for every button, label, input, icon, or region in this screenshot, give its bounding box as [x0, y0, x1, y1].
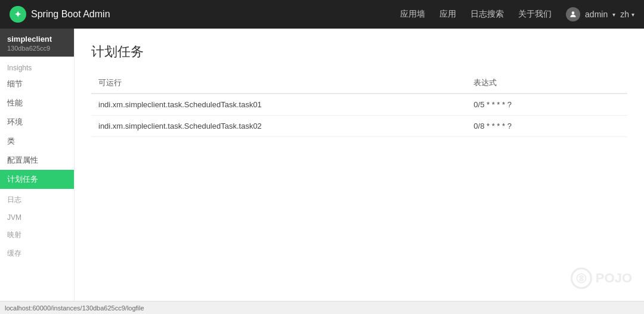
lang-selector[interactable]: zh ▾ — [620, 10, 634, 19]
page-title: 计划任务 — [91, 43, 627, 61]
watermark-icon — [571, 268, 592, 289]
lang-label: zh — [620, 10, 629, 19]
nav-links: 应用墙 应用 日志搜索 关于我们 — [400, 9, 552, 20]
col-header-expression: 表达式 — [466, 73, 627, 94]
watermark-text: POJO — [596, 271, 632, 286]
table-row: indi.xm.simpleclient.task.ScheduledTask.… — [91, 116, 627, 137]
insights-label: Insights — [0, 57, 74, 74]
user-icon — [566, 7, 580, 21]
sidebar-item-perf[interactable]: 性能 — [0, 94, 74, 113]
sidebar-item-config[interactable]: 配置属性 — [0, 151, 74, 170]
svg-point-0 — [572, 11, 575, 14]
user-dropdown-icon[interactable]: ▾ — [612, 11, 615, 18]
navbar: ✦ Spring Boot Admin 应用墙 应用 日志搜索 关于我们 adm… — [0, 0, 644, 29]
brand-icon: ✦ — [10, 6, 26, 23]
sidebar-item-env[interactable]: 环境 — [0, 113, 74, 132]
status-url: localhost:60000/instances/130dba625cc9/l… — [5, 304, 144, 312]
nav-apps-wall[interactable]: 应用墙 — [400, 9, 425, 20]
brand: ✦ Spring Boot Admin — [10, 6, 400, 23]
tasks-table: 可运行 表达式 indi.xm.simpleclient.task.Schedu… — [91, 73, 627, 137]
instance-id: 130dba625cc9 — [7, 45, 67, 52]
nav-log-search[interactable]: 日志搜索 — [470, 9, 504, 20]
sidebar-group-mapping: 映射 — [0, 224, 74, 243]
svg-point-1 — [577, 274, 586, 283]
statusbar: localhost:60000/instances/130dba625cc9/l… — [0, 301, 644, 314]
sidebar-header: simpleclient 130dba625cc9 — [0, 29, 74, 57]
col-header-runnable: 可运行 — [91, 73, 466, 94]
sidebar-group-jvm: JVM — [0, 207, 74, 224]
brand-title: Spring Boot Admin — [31, 9, 110, 20]
cell-expression: 0/8 * * * * ? — [466, 116, 627, 137]
cell-expression: 0/5 * * * * ? — [466, 94, 627, 116]
cell-runnable: indi.xm.simpleclient.task.ScheduledTask.… — [91, 116, 466, 137]
sidebar-item-detail[interactable]: 细节 — [0, 74, 74, 94]
user-area: admin ▾ — [566, 7, 615, 21]
sidebar-group-logs: 日志 — [0, 189, 74, 207]
main-layout: simpleclient 130dba625cc9 Insights 细节 性能… — [0, 29, 644, 301]
app-name: simpleclient — [7, 35, 67, 43]
watermark: POJO — [571, 268, 632, 289]
content-area: 计划任务 可运行 表达式 indi.xm.simpleclient.task.S… — [75, 29, 644, 301]
nav-apps[interactable]: 应用 — [439, 9, 456, 20]
nav-about[interactable]: 关于我们 — [518, 9, 552, 20]
lang-dropdown-icon: ▾ — [631, 11, 634, 18]
sidebar-group-cache: 缓存 — [0, 243, 74, 261]
user-label[interactable]: admin — [585, 10, 608, 19]
sidebar-item-class[interactable]: 类 — [0, 132, 74, 151]
sidebar: simpleclient 130dba625cc9 Insights 细节 性能… — [0, 29, 75, 301]
cell-runnable: indi.xm.simpleclient.task.ScheduledTask.… — [91, 94, 466, 116]
sidebar-item-scheduled[interactable]: 计划任务 — [0, 170, 74, 189]
table-row: indi.xm.simpleclient.task.ScheduledTask.… — [91, 94, 627, 116]
